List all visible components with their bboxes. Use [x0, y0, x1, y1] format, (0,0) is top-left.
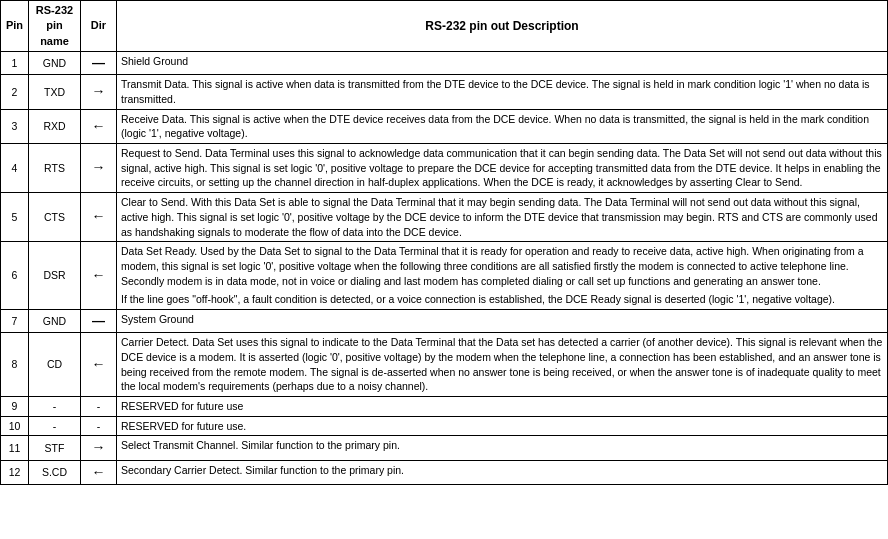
dir-cell: ←: [81, 109, 117, 143]
left-arrow-icon: ←: [92, 355, 106, 375]
name-cell: CD: [29, 333, 81, 397]
desc-cell: Select Transmit Channel. Similar functio…: [117, 436, 888, 461]
pin-cell: 3: [1, 109, 29, 143]
header-desc: RS-232 pin out Description: [117, 1, 888, 52]
desc-cell: Secondary Carrier Detect. Similar functi…: [117, 460, 888, 485]
pin-cell: 2: [1, 75, 29, 109]
desc-cell: RESERVED for future use: [117, 396, 888, 416]
table-row: 4RTS→Request to Send. Data Terminal uses…: [1, 144, 888, 193]
pin-cell: 7: [1, 309, 29, 332]
desc-cell: Data Set Ready. Used by the Data Set to …: [117, 242, 888, 310]
name-cell: STF: [29, 436, 81, 461]
table-row: 1GND—Shield Ground: [1, 52, 888, 75]
name-cell: DSR: [29, 242, 81, 310]
name-cell: GND: [29, 52, 81, 75]
dir-cell: →: [81, 75, 117, 109]
name-cell: GND: [29, 309, 81, 332]
desc-cell: Receive Data. This signal is active when…: [117, 109, 888, 143]
left-arrow-icon: ←: [92, 463, 106, 483]
name-cell: RTS: [29, 144, 81, 193]
pin-cell: 4: [1, 144, 29, 193]
dash-icon: —: [92, 312, 105, 330]
pin-cell: 9: [1, 396, 29, 416]
left-arrow-icon: ←: [92, 266, 106, 286]
header-dir: Dir: [81, 1, 117, 52]
pin-cell: 10: [1, 416, 29, 436]
pin-cell: 1: [1, 52, 29, 75]
pin-cell: 5: [1, 193, 29, 242]
dir-cell: ←: [81, 193, 117, 242]
desc-cell: System Ground: [117, 309, 888, 332]
table-row: 5CTS←Clear to Send. With this Data Set i…: [1, 193, 888, 242]
pin-cell: 11: [1, 436, 29, 461]
dir-cell: —: [81, 52, 117, 75]
desc-cell: Request to Send. Data Terminal uses this…: [117, 144, 888, 193]
name-cell: -: [29, 416, 81, 436]
table-row: 6DSR←Data Set Ready. Used by the Data Se…: [1, 242, 888, 310]
pin-cell: 12: [1, 460, 29, 485]
pin-cell: 6: [1, 242, 29, 310]
desc-cell: Shield Ground: [117, 52, 888, 75]
desc-cell: RESERVED for future use.: [117, 416, 888, 436]
dir-cell: ←: [81, 460, 117, 485]
left-arrow-icon: ←: [92, 117, 106, 137]
name-cell: TXD: [29, 75, 81, 109]
table-row: 3RXD←Receive Data. This signal is active…: [1, 109, 888, 143]
table-row: 7GND—System Ground: [1, 309, 888, 332]
header-pin: Pin: [1, 1, 29, 52]
dir-cell: -: [81, 396, 117, 416]
table-row: 12S.CD←Secondary Carrier Detect. Similar…: [1, 460, 888, 485]
dir-cell: →: [81, 144, 117, 193]
desc-cell: Transmit Data. This signal is active whe…: [117, 75, 888, 109]
rs232-table: Pin RS-232 pin name Dir RS-232 pin out D…: [0, 0, 888, 485]
table-row: 11STF→Select Transmit Channel. Similar f…: [1, 436, 888, 461]
header-rs232: RS-232 pin name: [29, 1, 81, 52]
name-cell: S.CD: [29, 460, 81, 485]
name-cell: -: [29, 396, 81, 416]
right-arrow-icon: →: [92, 438, 106, 458]
table-row: 8CD←Carrier Detect. Data Set uses this s…: [1, 333, 888, 397]
table-row: 9--RESERVED for future use: [1, 396, 888, 416]
dir-cell: →: [81, 436, 117, 461]
table-row: 10--RESERVED for future use.: [1, 416, 888, 436]
right-arrow-icon: →: [92, 158, 106, 178]
pin-cell: 8: [1, 333, 29, 397]
right-arrow-icon: →: [92, 82, 106, 102]
name-cell: CTS: [29, 193, 81, 242]
table-row: 2TXD→Transmit Data. This signal is activ…: [1, 75, 888, 109]
dir-cell: -: [81, 416, 117, 436]
dash-icon: —: [92, 54, 105, 72]
dir-cell: ←: [81, 333, 117, 397]
dir-cell: —: [81, 309, 117, 332]
name-cell: RXD: [29, 109, 81, 143]
desc-cell: Carrier Detect. Data Set uses this signa…: [117, 333, 888, 397]
desc-cell: Clear to Send. With this Data Set is abl…: [117, 193, 888, 242]
left-arrow-icon: ←: [92, 207, 106, 227]
dir-cell: ←: [81, 242, 117, 310]
